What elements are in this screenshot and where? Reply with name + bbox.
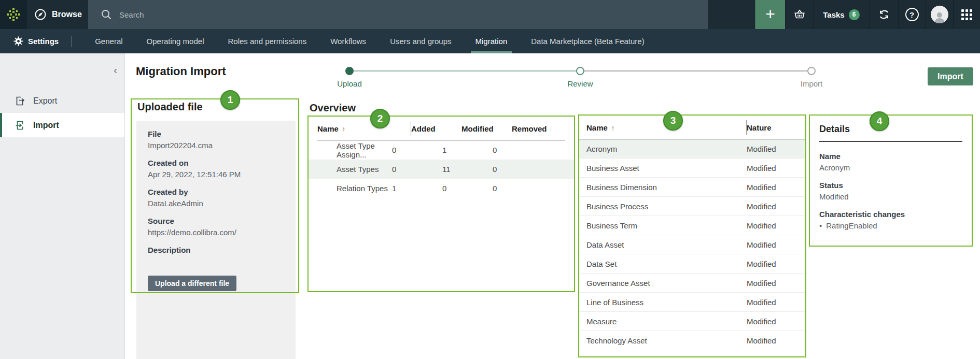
sidebar-item-export[interactable]: Export	[0, 89, 124, 113]
table-row-technology-asset[interactable]: Technology Asset Modified	[579, 331, 805, 350]
cell-nature: Modified	[747, 240, 799, 249]
details-name-field: Name Acronym	[819, 151, 962, 173]
details-heading: Details	[819, 124, 962, 135]
characteristic-change-item: • RatingEnabled	[819, 221, 962, 230]
tab-general[interactable]: General	[83, 29, 134, 53]
tab-workflows[interactable]: Workflows	[318, 29, 378, 53]
field-value: Modified	[819, 192, 962, 202]
table-row-data-asset[interactable]: Data Asset Modified	[579, 235, 805, 254]
cell-nature: Modified	[747, 164, 799, 173]
user-menu[interactable]	[925, 0, 953, 29]
sort-asc-icon: ↑	[611, 124, 615, 132]
field-label: Description	[148, 245, 296, 255]
tab-operating-model[interactable]: Operating model	[135, 29, 216, 53]
table-row-business-asset[interactable]: Business Asset Modified	[579, 159, 805, 178]
tab-roles-and-permissions[interactable]: Roles and permissions	[216, 29, 318, 53]
table-row-data-set[interactable]: Data Set Modified	[579, 254, 805, 274]
details-divider	[819, 141, 962, 142]
cell-modified: 1	[442, 146, 493, 154]
browse-button[interactable]: Browse	[27, 0, 88, 29]
settings-home[interactable]: Settings	[0, 36, 59, 46]
table-row-acronym[interactable]: Acronym Modified	[579, 139, 805, 159]
cell-name: Measure	[579, 317, 747, 326]
callout-2: 2	[370, 109, 390, 128]
table-row-business-term[interactable]: Business Term Modified	[579, 216, 805, 235]
callout-1: 1	[220, 90, 240, 110]
tab-data-marketplace[interactable]: Data Marketplace (Beta Feature)	[519, 29, 656, 53]
field-label: Name	[819, 151, 962, 161]
cell-name: Relation Types	[309, 184, 392, 193]
column-header-removed[interactable]: Removed	[512, 124, 562, 133]
file-field: File Import202204.cma	[148, 129, 296, 151]
apps-menu-button[interactable]	[953, 0, 980, 29]
table-row-relation-types[interactable]: Relation Types 1 0 0	[309, 179, 574, 198]
basket-button[interactable]	[785, 0, 813, 29]
column-label: Name	[586, 123, 608, 132]
upload-different-file-button[interactable]: Upload a different file	[148, 276, 236, 291]
global-search[interactable]	[88, 0, 708, 29]
column-label: Name	[317, 124, 339, 133]
collibra-logo[interactable]	[0, 0, 27, 29]
export-icon	[15, 96, 25, 106]
table-row-measure[interactable]: Measure Modified	[579, 312, 805, 331]
cell-name: Asset Types	[309, 165, 392, 174]
tasks-button[interactable]: Tasks 6	[813, 0, 869, 29]
cell-nature: Modified	[747, 336, 799, 345]
field-label: Created on	[148, 158, 296, 168]
stepper-line-upcoming	[584, 70, 808, 71]
cell-name: Data Set	[579, 260, 747, 268]
top-bar: Browse + Tasks 6 ?	[0, 0, 980, 29]
import-icon	[15, 120, 25, 131]
step-dot-upload	[345, 67, 354, 75]
table-row-business-dimension[interactable]: Business Dimension Modified	[579, 178, 805, 197]
column-header-modified[interactable]: Modified	[461, 124, 512, 133]
table-row-asset-types[interactable]: Asset Types 0 11 0	[309, 160, 574, 179]
sidebar-item-import[interactable]: Import	[0, 113, 124, 137]
column-header-name[interactable]: Name ↑	[579, 123, 747, 132]
cell-added: 0	[392, 165, 442, 174]
field-label: Status	[819, 180, 962, 190]
overview-heading: Overview	[310, 102, 356, 114]
table-row-business-process[interactable]: Business Process Modified	[579, 197, 805, 216]
field-value: Acronym	[819, 163, 962, 173]
step-dot-review	[576, 67, 584, 75]
sidebar-item-label: Import	[33, 121, 59, 130]
callout-3: 3	[663, 111, 683, 131]
overview-table: Name ↑ Added Modified Removed Asset Type…	[307, 116, 575, 292]
search-icon	[101, 9, 112, 20]
table-row-asset-type-assignments[interactable]: Asset Type Assign... 0 1 0	[309, 140, 574, 160]
cell-nature: Modified	[747, 260, 799, 268]
step-label-review: Review	[544, 79, 617, 88]
field-value: Apr 29, 2022, 12:51:46 PM	[148, 169, 296, 180]
sync-button[interactable]	[869, 0, 898, 29]
import-button[interactable]: Import	[928, 67, 973, 85]
source-field: Source https://demo.collibra.com/	[148, 216, 296, 238]
help-button[interactable]: ?	[898, 0, 925, 29]
cell-removed: 0	[493, 165, 543, 174]
column-header-added[interactable]: Added	[411, 124, 461, 133]
cell-modified: 11	[442, 165, 493, 174]
cell-removed: 0	[493, 184, 543, 193]
tab-users-and-groups[interactable]: Users and groups	[378, 29, 463, 53]
table-row-governance-asset[interactable]: Governance Asset Modified	[579, 274, 805, 293]
cell-nature: Modified	[747, 298, 799, 307]
column-header-name[interactable]: Name ↑	[309, 124, 411, 133]
column-divider	[746, 120, 747, 135]
field-value: Import202204.cma	[148, 140, 296, 151]
cell-name: Technology Asset	[579, 336, 747, 345]
cell-nature: Modified	[747, 221, 799, 230]
column-header-nature[interactable]: Nature	[747, 123, 799, 132]
tasks-count-badge: 6	[849, 9, 860, 20]
top-bar-actions: + Tasks 6 ?	[755, 0, 980, 29]
cell-name: Business Term	[579, 221, 747, 230]
create-button[interactable]: +	[755, 0, 785, 29]
details-characteristic-changes-field: Characteristic changes • RatingEnabled	[819, 209, 962, 230]
settings-label: Settings	[28, 37, 59, 46]
uploaded-file-card: File Import202204.cma Created on Apr 29,…	[136, 121, 296, 359]
collapse-sidebar-icon[interactable]: ‹	[114, 65, 117, 75]
search-input[interactable]	[119, 10, 379, 19]
tab-migration[interactable]: Migration	[464, 29, 520, 53]
description-field: Description	[148, 245, 296, 255]
created-on-field: Created on Apr 29, 2022, 12:51:46 PM	[148, 158, 296, 180]
table-row-line-of-business[interactable]: Line of Business Modified	[579, 293, 805, 312]
